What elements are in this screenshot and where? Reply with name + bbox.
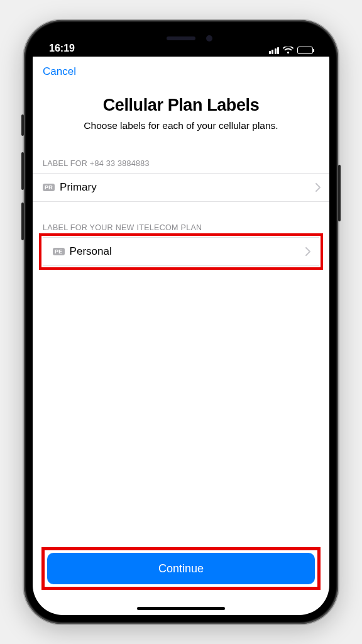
- wifi-icon: [283, 47, 293, 54]
- label-row-personal[interactable]: PE Personal: [43, 237, 319, 266]
- section-header-plan2: LABEL FOR YOUR NEW ITelecom PLAN: [33, 202, 329, 237]
- highlight-continue-button: Continue: [41, 547, 321, 590]
- nav-bar: Cancel: [33, 57, 329, 78]
- plan-badge: PR: [43, 184, 55, 191]
- chevron-right-icon: [305, 247, 310, 256]
- page-subtitle: Choose labels for each of your cellular …: [45, 120, 317, 131]
- section-header-plan1: LABEL FOR +84 33 3884883: [33, 138, 329, 173]
- home-indicator[interactable]: [137, 607, 225, 610]
- cellular-signal-icon: [269, 47, 280, 54]
- device-frame: 16:19 Cancel Cellular Plan Labels Choose…: [24, 20, 338, 624]
- plan-badge: PE: [53, 248, 65, 255]
- mute-switch: [21, 114, 24, 136]
- highlight-personal-row: PE Personal: [39, 233, 323, 270]
- power-button: [338, 165, 341, 221]
- battery-icon: [297, 47, 313, 54]
- plan-label: Personal: [70, 245, 112, 258]
- label-row-primary[interactable]: PR Primary: [33, 173, 329, 202]
- volume-up-button: [21, 152, 24, 190]
- plan-label: Primary: [60, 181, 97, 194]
- cancel-button[interactable]: Cancel: [43, 65, 76, 78]
- status-time: 16:19: [49, 43, 75, 54]
- chevron-right-icon: [315, 183, 321, 192]
- page-title: Cellular Plan Labels: [45, 96, 317, 115]
- device-notch: [115, 29, 247, 48]
- header-block: Cellular Plan Labels Choose labels for e…: [33, 78, 329, 138]
- continue-button[interactable]: Continue: [47, 553, 315, 584]
- volume-down-button: [21, 203, 24, 240]
